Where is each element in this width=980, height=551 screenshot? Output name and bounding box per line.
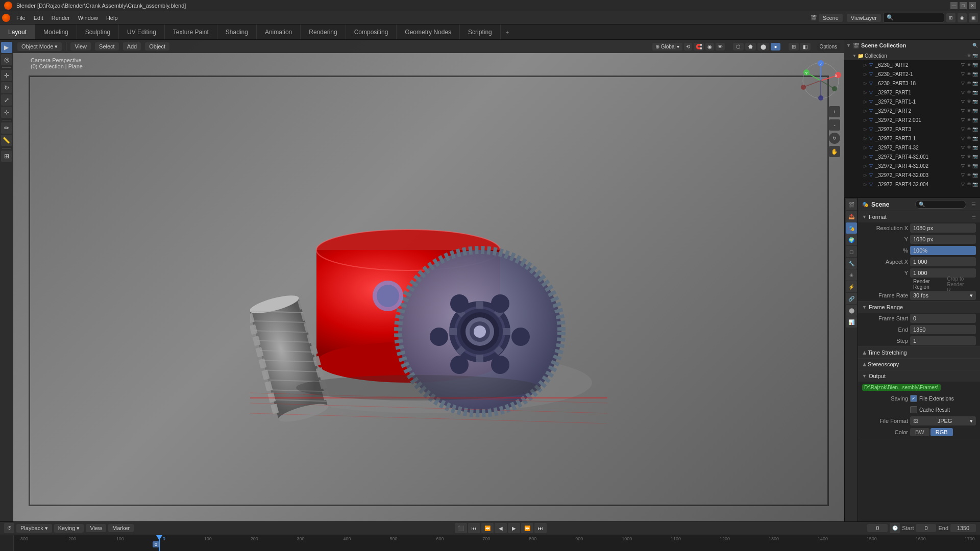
prop-tab-render[interactable]: 🎬	[846, 199, 857, 210]
menu-file[interactable]: File	[12, 14, 30, 22]
tool-move[interactable]: ✛	[1, 70, 12, 81]
tab-layout[interactable]: Layout	[0, 24, 35, 39]
prop-tab-physics[interactable]: ⚡	[846, 281, 857, 292]
transport-play[interactable]: ▶	[508, 523, 520, 533]
viewport-shading-rendered[interactable]: ●	[771, 43, 780, 51]
aspect-x-value[interactable]: 1.000	[910, 257, 976, 266]
outliner-item--32972-part4-32-002[interactable]: ▷ ▽ _32972_PART4-32.002 ▽ 👁 📷	[844, 161, 980, 170]
viewport-add-menu[interactable]: Add	[123, 42, 141, 51]
current-frame-input[interactable]: 0	[867, 524, 888, 532]
output-section-header[interactable]: ▼ Output	[858, 370, 980, 382]
keying-menu[interactable]: Keying ▾	[54, 524, 84, 533]
tab-texture-paint[interactable]: Texture Paint	[165, 24, 217, 39]
prop-tab-modifier[interactable]: 🔧	[846, 258, 857, 269]
scene-collection-arrow[interactable]: ▼	[846, 43, 851, 48]
format-section-header[interactable]: ▼ Format ☰	[858, 211, 980, 222]
view-menu[interactable]: View	[86, 524, 106, 532]
outliner-item--32972-part2[interactable]: ▷ ▽ _32972_PART2 ▽ 👁 📷	[844, 106, 980, 115]
frame-rate-select[interactable]: 30 fps ▾	[910, 291, 976, 300]
scene-col-filter-icon[interactable]: 🔍	[972, 43, 978, 48]
start-frame-input[interactable]: 0	[916, 524, 936, 532]
tool-annotate[interactable]: ✏	[1, 122, 12, 134]
minimize-button[interactable]: —	[950, 2, 958, 9]
tab-rendering[interactable]: Rendering	[301, 24, 346, 39]
maximize-button[interactable]: □	[960, 2, 967, 9]
tool-rotate[interactable]: ↻	[1, 82, 12, 93]
tool-select[interactable]: ▶	[1, 42, 12, 53]
viewport-global-selector[interactable]: ⊕ Global ▾	[652, 43, 683, 51]
viewport-snap-icon[interactable]: 🧲	[694, 43, 704, 51]
viewport-shading-solid[interactable]: ⬟	[745, 43, 756, 51]
outliner-item--32972-part3-1[interactable]: ▷ ▽ _32972_PART3-1 ▽ 👁 📷	[844, 134, 980, 143]
timeline-clock-icon[interactable]: 🕐	[890, 523, 900, 533]
view-layer-selector[interactable]: ViewLayer	[847, 14, 881, 22]
collection-render-icon[interactable]: 📷	[972, 53, 978, 58]
res-pct-value[interactable]: 100%	[910, 246, 976, 255]
viewport-options-btn[interactable]: Options	[817, 43, 840, 51]
outliner-item--32972-part3[interactable]: ▷ ▽ _32972_PART3 ▽ 👁 📷	[844, 124, 980, 134]
outliner-item--32972-part4-32-003[interactable]: ▷ ▽ _32972_PART4-32.003 ▽ 👁 📷	[844, 170, 980, 180]
viewport-transform-icon[interactable]: ⟲	[684, 43, 692, 51]
viewport-overlay-toggle[interactable]: ⊞	[789, 43, 799, 51]
outliner-item--32972-part4-32-001[interactable]: ▷ ▽ _32972_PART4-32.001 ▽ 👁 📷	[844, 152, 980, 161]
viewport-object-mode[interactable]: Object Mode ▾	[17, 42, 62, 51]
output-path-value[interactable]: D:\Rajzok\Blen...sembly\Frames\	[862, 384, 941, 391]
viewport-proportional-icon[interactable]: ◉	[705, 43, 714, 51]
prop-tab-object[interactable]: ◻	[846, 246, 857, 257]
frame-end-value[interactable]: 1350	[910, 325, 976, 334]
vp-tool-zoom-out[interactable]: -	[829, 119, 840, 131]
viewport-view-menu[interactable]: View	[70, 42, 91, 51]
time-stretching-header[interactable]: ▶ Time Stretching	[858, 347, 980, 358]
viewport-shading-material[interactable]: ⬤	[757, 43, 769, 51]
viewport-xray-toggle[interactable]: ◧	[800, 43, 811, 51]
scene-selector[interactable]: Scene	[819, 14, 843, 22]
transport-prev-keyframe[interactable]: ⏪	[481, 523, 494, 533]
main-search[interactable]: 🔍	[883, 13, 944, 22]
tool-add[interactable]: ⊞	[1, 151, 12, 162]
tab-modeling[interactable]: Modeling	[35, 24, 77, 39]
props-search[interactable]: 🔍	[915, 200, 966, 209]
prop-tab-particles[interactable]: ✳	[846, 269, 857, 281]
tool-cursor[interactable]: ◎	[1, 54, 12, 65]
add-workspace-button[interactable]: +	[501, 24, 514, 39]
menu-edit[interactable]: Edit	[30, 14, 47, 22]
viewport-navigation-gizmo[interactable]: X Y Z	[800, 60, 836, 96]
outliner-item--32972-part4-32[interactable]: ▷ ▽ _32972_PART4-32 ▽ 👁 📷	[844, 143, 980, 152]
outliner-item--32972-part2-001[interactable]: ▷ ▽ _32972_PART2.001 ▽ 👁 📷	[844, 115, 980, 124]
render-region-btn[interactable]: Render Region	[910, 280, 942, 289]
menu-window[interactable]: Window	[74, 14, 102, 22]
prop-tab-world[interactable]: 🌍	[846, 234, 857, 245]
color-bw-btn[interactable]: BW	[910, 428, 929, 436]
stereoscopy-header[interactable]: ▶ Stereoscopy	[858, 359, 980, 370]
transport-next-keyframe[interactable]: ⏩	[521, 523, 533, 533]
tab-scripting[interactable]: Scripting	[460, 24, 501, 39]
file-format-select[interactable]: 🖼 JPEG ▾	[910, 416, 976, 425]
viewport-shading-wire[interactable]: ⬡	[733, 43, 744, 51]
vp-tool-orbit[interactable]: ↻	[829, 133, 840, 144]
vp-tool-zoom-in[interactable]: +	[829, 106, 840, 117]
tool-scale[interactable]: ⤢	[1, 94, 12, 106]
tab-shading[interactable]: Shading	[217, 24, 257, 39]
res-y-value[interactable]: 1080 px	[910, 235, 976, 244]
color-rgb-btn[interactable]: RGB	[930, 428, 953, 436]
viewport-show-icon[interactable]: 👁	[716, 43, 725, 51]
header-icon-2[interactable]: ◉	[958, 13, 967, 22]
tab-uv-editing[interactable]: UV Editing	[119, 24, 165, 39]
outliner-item--32972-part4-32-004[interactable]: ▷ ▽ _32972_PART4-32.004 ▽ 👁 📷	[844, 180, 980, 189]
crop-btn[interactable]: Crop to Render R...	[944, 280, 976, 289]
prop-tab-material[interactable]: ⬤	[846, 305, 857, 316]
frame-step-value[interactable]: 1	[910, 336, 976, 345]
prop-tab-constraints[interactable]: 🔗	[846, 293, 857, 304]
timeline-mode-icon[interactable]: ⏱	[4, 523, 14, 533]
header-icon-1[interactable]: ⊞	[946, 13, 955, 22]
tool-measure[interactable]: 📏	[1, 135, 12, 146]
transport-jump-start[interactable]: ⏮	[468, 523, 480, 533]
tab-compositing[interactable]: Compositing	[346, 24, 397, 39]
outliner-item--6230-part2[interactable]: ▷ ▽ _6230_PART2 ▽ 👁 📷	[844, 60, 980, 69]
format-menu-icon[interactable]: ☰	[972, 214, 976, 219]
outliner-item--32972-part1-1[interactable]: ▷ ▽ _32972_PART1-1 ▽ 👁 📷	[844, 97, 980, 106]
frame-start-value[interactable]: 0	[910, 314, 976, 323]
tab-geometry-nodes[interactable]: Geometry Nodes	[397, 24, 460, 39]
transport-jump-end[interactable]: ⏭	[534, 523, 547, 533]
transport-play-back[interactable]: ◀	[495, 523, 507, 533]
